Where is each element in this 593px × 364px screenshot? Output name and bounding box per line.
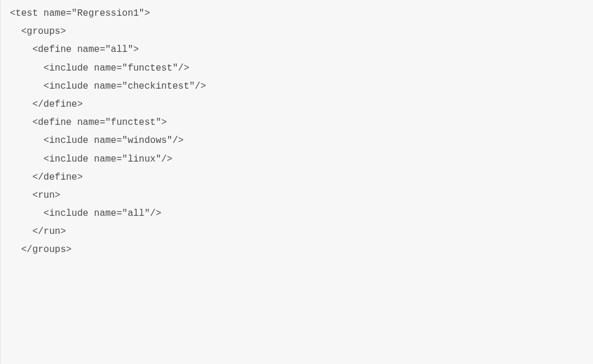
- code-line: <test name="Regression1">: [10, 5, 593, 23]
- code-line: <include name="functest"/>: [10, 60, 593, 78]
- code-line: <groups>: [10, 23, 593, 41]
- code-line: <include name="windows"/>: [10, 132, 593, 150]
- code-line: <define name="functest">: [10, 114, 593, 132]
- code-line: <include name="linux"/>: [10, 150, 593, 169]
- code-block: <test name="Regression1"> <groups> <defi…: [10, 5, 593, 260]
- code-line: <include name="checkintest"/>: [10, 78, 593, 96]
- code-line: </run>: [10, 223, 593, 241]
- code-line: </define>: [10, 96, 593, 114]
- code-line: </define>: [10, 169, 593, 187]
- code-line: <include name="all"/>: [10, 205, 593, 223]
- code-line: <run>: [10, 187, 593, 205]
- code-line: </groups>: [10, 241, 593, 259]
- code-line: <define name="all">: [10, 41, 593, 59]
